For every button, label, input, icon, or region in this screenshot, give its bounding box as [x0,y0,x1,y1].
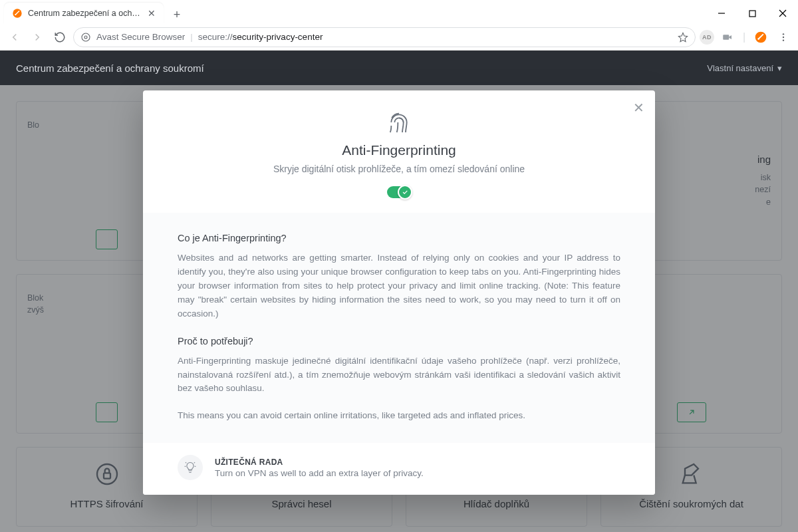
divider: | [741,28,747,47]
svg-point-7 [84,36,87,39]
video-icon[interactable] [718,28,737,47]
header-settings-link[interactable]: Vlastní nastavení ▾ [707,63,782,73]
page-title: Centrum zabezpečení a ochrany soukromí [16,63,204,74]
new-tab-button[interactable]: + [168,5,186,24]
address-brand: Avast Secure Browser [96,32,185,42]
toggle-knob [398,185,412,200]
avast-favicon [12,8,23,19]
svg-point-10 [757,38,759,40]
tip-label: UŽITEČNÁ RADA [215,458,424,467]
page-header: Centrum zabezpečení a ochrany soukromí V… [0,51,798,85]
address-separator: | [190,32,193,42]
bookmark-star-icon[interactable] [678,32,688,43]
menu-kebab-icon[interactable] [774,28,793,47]
lightbulb-icon [178,455,203,480]
window-titlebar: Centrum zabezpečení a ochrany ✕ + [0,0,798,24]
svg-rect-3 [749,11,755,17]
fingerprint-icon [386,109,412,136]
section-heading: Co je Anti-Fingerprinting? [178,233,620,243]
svg-point-1 [15,14,16,15]
feature-toggle[interactable] [387,186,411,198]
svg-rect-8 [723,35,729,40]
tab-title: Centrum zabezpečení a ochrany [28,9,142,18]
modal-subtitle: Skryje digitální otisk prohlížeče, a tím… [170,164,628,174]
section-paragraph: This means you can avoid certain online … [178,409,620,423]
svg-point-12 [783,36,784,37]
svg-point-13 [783,39,784,41]
adblock-badge[interactable]: AD [700,30,714,45]
section-paragraph: Anti-Fingerprinting maskuje jedinečné di… [178,354,620,396]
address-bar[interactable]: Avast Secure Browser | secure://security… [73,27,696,47]
browser-toolbar: Avast Secure Browser | secure://security… [0,24,798,51]
minimize-button[interactable] [706,3,737,24]
modal-header: ✕ Anti-Fingerprinting Skryje digitální o… [143,90,655,213]
modal-footer: UŽITEČNÁ RADA Turn on VPN as well to add… [143,443,655,495]
tip-text: UŽITEČNÁ RADA Turn on VPN as well to add… [215,458,424,478]
forward-button[interactable] [28,28,47,47]
page-body: Blo ingisk nezí e Blok zvýš hí bez li st… [0,85,798,532]
modal-overlay[interactable]: ✕ Anti-Fingerprinting Skryje digitální o… [0,85,798,532]
avast-extension-icon[interactable] [751,28,770,47]
section-paragraph: Websites and ad networks are getting sma… [178,251,620,321]
browser-tab[interactable]: Centrum zabezpečení a ochrany ✕ [4,3,164,24]
chevron-down-icon: ▾ [777,63,782,73]
svg-point-6 [82,33,90,41]
close-window-button[interactable] [767,3,798,24]
anti-fingerprinting-modal: ✕ Anti-Fingerprinting Skryje digitální o… [143,90,655,495]
back-button[interactable] [5,28,24,47]
svg-point-11 [783,33,784,35]
section-heading: Proč to potřebuji? [178,336,620,346]
reload-button[interactable] [51,28,69,47]
window-controls [706,3,798,24]
modal-title: Anti-Fingerprinting [170,142,628,158]
tip-body: Turn on VPN as well to add an extra laye… [215,468,424,478]
close-tab-icon[interactable]: ✕ [148,8,156,19]
modal-close-button[interactable]: ✕ [633,100,644,116]
maximize-button[interactable] [737,3,767,24]
modal-body: Co je Anti-Fingerprinting? Websites and … [143,213,655,443]
address-url: secure://security-privacy-center [198,32,323,42]
site-identity-icon[interactable] [80,32,91,43]
